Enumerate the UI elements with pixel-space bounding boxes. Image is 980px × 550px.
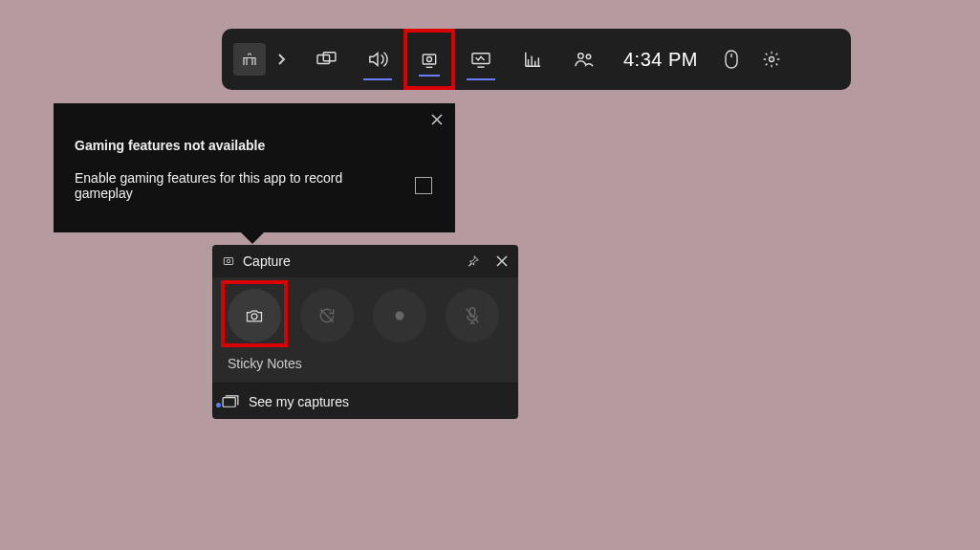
gaming-features-tooltip: Gaming features not available Enable gam… (54, 103, 455, 232)
svg-rect-7 (726, 51, 737, 68)
rewind-icon (317, 306, 337, 325)
expand-toolbar-button[interactable] (270, 53, 293, 66)
svg-point-6 (586, 55, 591, 59)
mic-toggle-button[interactable] (446, 289, 499, 342)
title-bar-strip (0, 0, 980, 29)
svg-rect-9 (224, 258, 232, 265)
record-last-button[interactable] (300, 289, 354, 342)
svg-point-12 (396, 312, 404, 320)
capture-app-name: Sticky Notes (228, 356, 511, 371)
svg-point-11 (251, 314, 257, 319)
game-bar-toolbar: 4:34 PM (222, 29, 851, 90)
resources-button[interactable] (507, 29, 558, 90)
svg-rect-2 (423, 55, 435, 64)
capture-header-icon (222, 254, 235, 268)
camera-icon (245, 307, 264, 324)
pin-icon (467, 254, 480, 268)
svg-point-8 (769, 57, 773, 62)
see-captures-label: See my captures (249, 394, 349, 409)
audio-button[interactable] (352, 29, 403, 90)
close-icon (495, 254, 509, 268)
gallery-icon (222, 395, 239, 408)
svg-point-5 (578, 54, 583, 58)
capture-button[interactable] (403, 29, 455, 90)
capture-header: Capture (212, 245, 518, 277)
widgets-icon (316, 51, 337, 68)
capture-close-button[interactable] (495, 254, 509, 268)
tooltip-message: Enable gaming features for this app to r… (75, 170, 400, 201)
see-captures-button[interactable]: See my captures (212, 383, 518, 419)
home-button[interactable] (233, 43, 266, 76)
bar-chart-icon (523, 51, 542, 68)
chevron-right-icon (276, 53, 286, 66)
performance-button[interactable] (455, 29, 507, 90)
start-recording-button[interactable] (373, 289, 426, 342)
clock: 4:34 PM (610, 49, 711, 71)
svg-point-3 (427, 57, 432, 62)
people-icon (574, 51, 595, 68)
speaker-icon (367, 50, 388, 69)
pin-button[interactable] (467, 254, 480, 268)
svg-point-10 (227, 259, 230, 263)
capture-panel: Capture Sticky Notes (212, 245, 518, 419)
svg-rect-4 (472, 54, 490, 64)
close-icon (430, 113, 444, 126)
capture-title: Capture (243, 253, 291, 269)
tooltip-close-button[interactable] (430, 113, 444, 126)
gear-icon (762, 50, 781, 69)
xbox-home-icon (241, 51, 258, 68)
capture-icon (420, 50, 439, 69)
xbox-social-button[interactable] (558, 29, 610, 90)
mouse-icon (724, 49, 739, 70)
tooltip-arrow (241, 232, 264, 244)
display-icon (470, 51, 491, 68)
mouse-settings-button[interactable] (711, 29, 751, 90)
widget-menu-button[interactable] (300, 29, 352, 90)
settings-button[interactable] (751, 29, 792, 90)
svg-rect-14 (223, 397, 235, 407)
record-dot-icon (394, 310, 405, 321)
tooltip-title: Gaming features not available (75, 138, 438, 153)
enable-gaming-checkbox[interactable] (415, 177, 432, 194)
screenshot-button[interactable] (228, 289, 281, 342)
mic-off-icon (464, 306, 481, 325)
